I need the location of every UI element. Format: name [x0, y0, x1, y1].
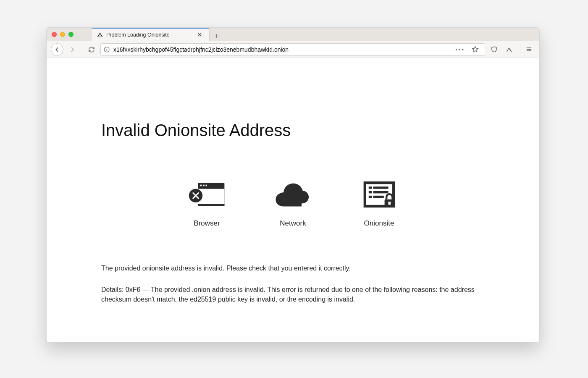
error-body: The provided onionsite address is invali…	[101, 263, 485, 304]
window-minimize-button[interactable]	[60, 32, 65, 37]
browser-window: Problem Loading Onionsite ✕ + •••	[46, 27, 540, 342]
diagram-label-onionsite: Onionsite	[364, 219, 394, 228]
svg-rect-12	[205, 185, 207, 186]
browser-error-icon	[188, 180, 226, 212]
hamburger-menu-icon[interactable]	[522, 43, 535, 56]
cloud-icon	[274, 180, 312, 212]
page-title: Invalid Onionsite Address	[101, 121, 485, 140]
server-lock-icon	[360, 180, 398, 212]
site-info-icon[interactable]	[103, 46, 110, 53]
forward-button[interactable]	[66, 43, 79, 56]
url-bar[interactable]: •••	[100, 43, 485, 56]
security-level-icon[interactable]	[503, 43, 515, 56]
svg-rect-20	[368, 196, 371, 198]
url-input[interactable]	[113, 46, 451, 53]
bookmark-star-icon[interactable]	[469, 43, 481, 56]
diagram-node-network: Network	[274, 180, 312, 228]
navigation-toolbar: •••	[47, 41, 539, 58]
tab-title: Problem Loading Onionsite	[106, 32, 192, 38]
error-summary: The provided onionsite address is invali…	[101, 263, 485, 273]
svg-rect-17	[373, 186, 388, 189]
reload-button[interactable]	[85, 43, 98, 56]
shield-icon[interactable]	[488, 43, 500, 56]
page-content: Invalid Onionsite Address	[47, 58, 539, 342]
svg-rect-21	[373, 196, 383, 198]
diagram-label-browser: Browser	[194, 219, 220, 228]
svg-rect-11	[203, 185, 205, 186]
svg-rect-18	[368, 191, 371, 193]
new-tab-button[interactable]: +	[210, 32, 224, 41]
page-actions-icon[interactable]: •••	[454, 46, 465, 53]
warning-icon	[97, 32, 103, 38]
error-details: Details: 0xF6 — The provided .onion addr…	[101, 285, 485, 304]
diagram-node-browser: Browser	[188, 180, 226, 228]
tab-strip: Problem Loading Onionsite ✕ +	[92, 28, 224, 41]
titlebar: Problem Loading Onionsite ✕ +	[47, 28, 539, 41]
diagram-label-network: Network	[280, 219, 306, 228]
window-close-button[interactable]	[52, 32, 57, 37]
svg-point-3	[509, 49, 510, 50]
toolbar-separator	[519, 45, 519, 55]
svg-rect-13	[198, 204, 224, 206]
svg-rect-19	[373, 191, 388, 193]
svg-rect-16	[368, 186, 371, 189]
tab-close-button[interactable]: ✕	[195, 31, 204, 39]
svg-rect-10	[200, 185, 202, 186]
diagram-node-onionsite: Onionsite	[360, 180, 398, 228]
svg-rect-23	[388, 202, 390, 205]
window-controls	[47, 28, 92, 41]
back-button[interactable]	[51, 43, 63, 56]
error-diagram: Browser Network	[101, 180, 485, 228]
window-zoom-button[interactable]	[68, 32, 74, 37]
tab-active[interactable]: Problem Loading Onionsite ✕	[92, 28, 210, 41]
